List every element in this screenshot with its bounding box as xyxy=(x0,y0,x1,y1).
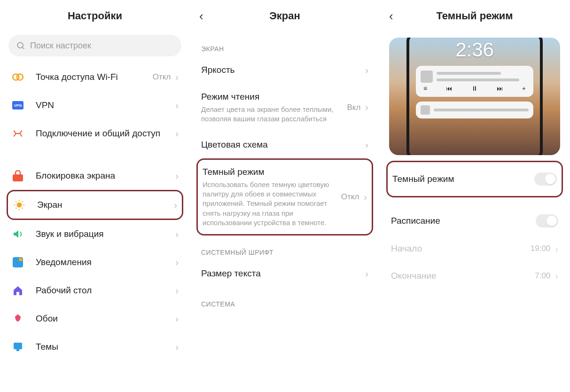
row-label: Рабочий стол xyxy=(36,285,175,297)
dark-mode-row-highlight: Темный режим Использовать более темную ц… xyxy=(196,158,373,235)
svg-line-13 xyxy=(22,208,23,209)
color-scheme-row[interactable]: Цветовая схема › xyxy=(193,131,377,158)
screen-row-highlight: Экран › xyxy=(7,190,183,220)
section-header-system: СИСТЕМА xyxy=(193,287,377,312)
row-value: Вкл xyxy=(347,103,360,112)
svg-rect-6 xyxy=(13,174,23,181)
row-desc: Использовать более темную цветовую палит… xyxy=(203,180,341,227)
row-label: Яркость xyxy=(201,64,365,76)
chevron-right-icon: › xyxy=(175,229,179,240)
header: Настройки xyxy=(3,0,187,32)
row-label: Цветовая схема xyxy=(201,139,365,151)
chevron-right-icon: › xyxy=(175,72,179,83)
chevron-right-icon: › xyxy=(175,285,179,296)
sound-row[interactable]: Звук и вибрация › xyxy=(3,220,187,248)
row-value: 7:00 xyxy=(535,271,550,281)
row-value: Откл xyxy=(341,192,359,202)
row-label: Окончание xyxy=(391,270,535,282)
vpn-row[interactable]: VPN VPN › xyxy=(3,91,187,119)
themes-row[interactable]: Темы › xyxy=(3,333,187,361)
page-title: Настройки xyxy=(3,10,187,22)
screen-row[interactable]: Экран › xyxy=(8,191,182,219)
svg-line-15 xyxy=(22,201,23,202)
add-icon: + xyxy=(522,85,526,92)
header: ‹ Темный режим xyxy=(383,0,567,32)
phone-frame: 2:36 ≡ ⏮ ⏸ ⏭ + xyxy=(406,38,543,155)
dark-mode-column: ‹ Темный режим 2:36 ≡ ⏮ ⏸ ⏭ + xyxy=(380,0,570,392)
chevron-right-icon: › xyxy=(365,65,368,76)
chevron-right-icon: › xyxy=(174,200,177,211)
section-header-screen: ЭКРАН xyxy=(193,32,377,56)
home-icon xyxy=(11,284,24,297)
search-placeholder: Поиск настроек xyxy=(30,41,91,51)
wifi-hotspot-row[interactable]: Точка доступа Wi-Fi Откл › xyxy=(3,63,187,91)
svg-line-12 xyxy=(16,201,16,202)
search-input[interactable]: Поиск настроек xyxy=(8,35,181,56)
chevron-right-icon: › xyxy=(175,171,179,181)
text-size-row[interactable]: Размер текста › xyxy=(193,260,377,287)
home-screen-row[interactable]: Рабочий стол › xyxy=(3,276,187,305)
schedule-toggle-row[interactable]: Расписание xyxy=(383,207,567,235)
chevron-right-icon: › xyxy=(175,128,179,139)
back-button[interactable]: ‹ xyxy=(389,9,393,24)
search-icon xyxy=(16,41,25,50)
pause-icon: ⏸ xyxy=(471,85,478,92)
wallpaper-icon xyxy=(11,312,24,325)
schedule-start-row[interactable]: Начало 19:00 › xyxy=(383,235,567,262)
header: ‹ Экран xyxy=(193,0,377,32)
back-button[interactable]: ‹ xyxy=(199,9,203,24)
svg-line-1 xyxy=(23,47,24,49)
row-label: Точка доступа Wi-Fi xyxy=(36,71,153,83)
notifications-row[interactable]: Уведомления › xyxy=(3,248,187,276)
connection-sharing-row[interactable]: Подключение и общий доступ › xyxy=(3,119,187,148)
row-label: Темный режим xyxy=(392,173,534,185)
row-label: Расписание xyxy=(391,215,536,227)
dark-mode-toggle-highlight: Темный режим xyxy=(386,161,563,197)
chevron-right-icon: › xyxy=(555,271,558,282)
chevron-right-icon: › xyxy=(365,268,368,279)
wallpaper-row[interactable]: Обои › xyxy=(3,305,187,333)
svg-rect-19 xyxy=(16,349,19,351)
svg-line-14 xyxy=(16,208,16,209)
svg-point-17 xyxy=(19,258,23,261)
page-title: Темный режим xyxy=(383,10,567,22)
chevron-right-icon: › xyxy=(175,314,179,324)
row-label: Начало xyxy=(391,243,531,255)
chevron-right-icon: › xyxy=(175,100,179,111)
brightness-row[interactable]: Яркость › xyxy=(193,56,377,84)
next-icon: ⏭ xyxy=(497,85,503,92)
schedule-end-row[interactable]: Окончание 7:00 › xyxy=(383,262,567,290)
toggle-switch[interactable] xyxy=(536,214,558,227)
screen-settings-column: ‹ Экран ЭКРАН Яркость › Режим чтения Дел… xyxy=(190,0,380,392)
toggle-switch[interactable] xyxy=(534,172,557,186)
svg-point-3 xyxy=(17,74,23,80)
dark-mode-row[interactable]: Темный режим Использовать более темную ц… xyxy=(198,160,372,234)
row-label: Режим чтения xyxy=(201,91,347,103)
sun-icon xyxy=(13,198,26,212)
dark-mode-preview: 2:36 ≡ ⏮ ⏸ ⏭ + xyxy=(389,38,560,155)
svg-rect-18 xyxy=(14,343,22,349)
sound-icon xyxy=(11,227,24,241)
row-value: 19:00 xyxy=(531,244,551,253)
chevron-right-icon: › xyxy=(555,243,558,254)
row-value: Откл xyxy=(153,72,171,82)
chevron-right-icon: › xyxy=(365,102,368,113)
reading-mode-row[interactable]: Режим чтения Делает цвета на экране боле… xyxy=(193,84,377,131)
themes-icon xyxy=(11,340,24,353)
dark-mode-toggle-row[interactable]: Темный режим xyxy=(388,162,562,196)
row-label: Обои xyxy=(36,313,175,325)
menu-icon: ≡ xyxy=(423,85,427,92)
preview-clock: 2:36 xyxy=(455,39,494,61)
row-label: VPN xyxy=(36,100,175,111)
page-title: Экран xyxy=(193,10,377,22)
row-label: Блокировка экрана xyxy=(36,170,175,182)
preview-media-card: ≡ ⏮ ⏸ ⏭ + xyxy=(416,66,533,97)
row-label: Темный режим xyxy=(203,166,341,178)
preview-notif-card xyxy=(416,102,533,118)
chevron-right-icon: › xyxy=(364,192,367,203)
svg-text:VPN: VPN xyxy=(14,103,22,108)
row-label: Размер текста xyxy=(201,268,365,280)
row-label: Звук и вибрация xyxy=(36,228,175,240)
settings-column: Настройки Поиск настроек Точка доступа W… xyxy=(0,0,190,392)
lock-screen-row[interactable]: Блокировка экрана › xyxy=(3,162,187,190)
